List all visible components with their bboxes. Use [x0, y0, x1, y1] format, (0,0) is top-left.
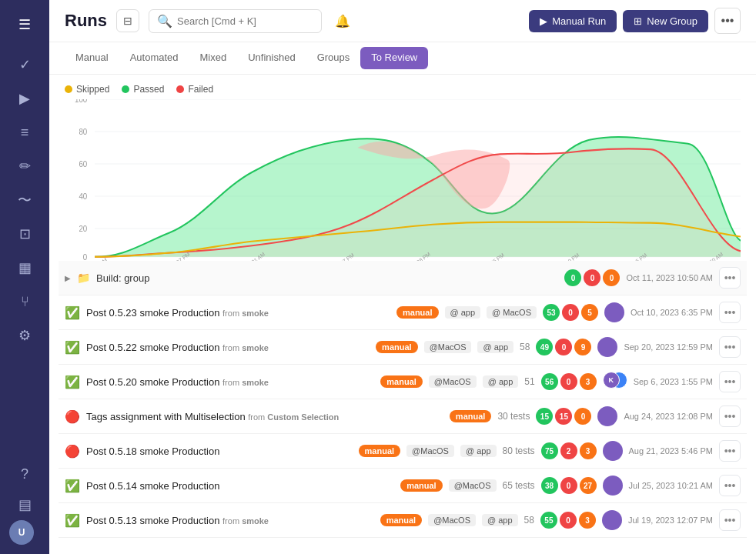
tab-manual[interactable]: Manual — [65, 44, 119, 72]
run-actions-button[interactable]: ••• — [719, 475, 741, 496]
play-icon[interactable]: ▶ — [9, 83, 40, 114]
settings-icon[interactable]: ⚙ — [9, 320, 40, 351]
run-actions-button[interactable]: ••• — [719, 371, 741, 392]
more-options-button[interactable]: ••• — [714, 8, 741, 34]
run-date: Sep 6, 2023 1:55 PM — [634, 377, 713, 386]
manual-run-button[interactable]: ▶ Manual Run — [529, 10, 617, 32]
platform-macos: @MacOS — [424, 341, 472, 353]
check-icon[interactable]: ✓ — [9, 49, 40, 80]
area-chart: 100 80 60 40 20 0 7/23 9:16 PM 0 — [65, 99, 741, 261]
folder-icon: 📁 — [77, 272, 90, 284]
group-actions-button[interactable]: ••• — [719, 267, 741, 289]
expand-chevron-icon[interactable]: ▶ — [65, 274, 71, 282]
run-name-cell: Post 0.5.23 smoke Production from smoke — [86, 307, 390, 319]
search-box[interactable]: 🔍 — [149, 9, 322, 33]
run-badges: 38 0 27 — [541, 477, 597, 494]
failed-dot — [176, 85, 184, 93]
tab-unfinished[interactable]: Unfinished — [237, 44, 306, 72]
status-pass-icon: ✅ — [65, 479, 80, 493]
run-name-cell: Tags assignment with Multiselection from… — [86, 411, 443, 422]
skipped-count: 3 — [580, 442, 597, 459]
chart-icon[interactable]: ▦ — [9, 252, 40, 283]
failed-count: 0 — [562, 304, 579, 321]
page-title: Runs — [65, 11, 107, 31]
table-row: 🔴 Tags assignment with Multiselection fr… — [59, 399, 747, 434]
run-source: from smoke — [222, 378, 269, 387]
header-actions: ▶ Manual Run ⊞ New Group ••• — [529, 8, 741, 34]
skipped-dot — [65, 85, 72, 93]
run-actions-button[interactable]: ••• — [719, 336, 741, 358]
run-tag: manual — [380, 514, 423, 526]
passed-badge: 0 — [564, 269, 581, 286]
failed-count: 0 — [555, 339, 572, 355]
run-badges: 15 15 0 — [536, 408, 591, 425]
run-actions-button[interactable]: ••• — [719, 509, 741, 531]
run-tag: manual — [396, 306, 439, 319]
run-actions-button[interactable]: ••• — [719, 440, 741, 462]
run-avatar — [602, 510, 622, 530]
activity-icon[interactable]: 〜 — [9, 185, 40, 215]
files-icon[interactable]: ▤ — [9, 489, 40, 520]
filter-button[interactable]: ⊟ — [116, 9, 139, 32]
test-count: 58 — [524, 515, 534, 526]
user-avatar[interactable]: U — [9, 520, 34, 545]
pen-icon[interactable]: ✏ — [9, 151, 40, 182]
failed-count: 15 — [555, 408, 572, 425]
test-count: 65 tests — [503, 480, 535, 491]
skipped-count: 3 — [580, 373, 597, 390]
skipped-count: 9 — [574, 339, 591, 355]
avatar-1: K — [603, 372, 620, 389]
menu-icon[interactable]: ☰ — [9, 9, 40, 40]
passed-label: Passed — [133, 84, 164, 95]
terminal-icon[interactable]: ⊡ — [9, 219, 40, 249]
run-date: Aug 21, 2023 5:46 PM — [629, 446, 713, 456]
status-fail-icon: 🔴 — [65, 409, 80, 424]
table-row: ✅ Post 0.5.22 smoke Production from smok… — [59, 330, 747, 365]
skipped-badge: 0 — [603, 269, 620, 286]
platform-app: @ app — [445, 306, 481, 319]
platform-app: @ app — [482, 514, 518, 526]
status-fail-icon: 🔴 — [65, 444, 80, 459]
new-group-button[interactable]: ⊞ New Group — [623, 10, 708, 32]
tab-mixed[interactable]: Mixed — [189, 44, 238, 72]
status-pass-icon: ✅ — [65, 375, 80, 389]
run-actions-button[interactable]: ••• — [719, 405, 741, 427]
passed-dot — [122, 85, 129, 93]
passed-count: 75 — [541, 442, 558, 459]
list-icon[interactable]: ≡ — [9, 117, 40, 148]
run-date: Jul 25, 2023 10:21 AM — [629, 481, 713, 490]
test-count: 58 — [520, 342, 530, 352]
passed-count: 38 — [541, 477, 558, 494]
failed-count: 0 — [560, 477, 577, 494]
run-name-cell: Post 0.5.14 smoke Production — [86, 480, 394, 492]
run-source: from smoke — [222, 343, 269, 352]
passed-count: 53 — [543, 304, 560, 321]
run-name-cell: Post 0.5.13 smoke Production from smoke — [86, 515, 374, 526]
run-avatar — [604, 302, 624, 322]
svg-text:20: 20 — [79, 225, 87, 233]
platform-macos: @MacOS — [428, 514, 476, 526]
run-source: from smoke — [222, 516, 269, 526]
legend-passed: Passed — [122, 84, 164, 95]
tab-groups[interactable]: Groups — [306, 44, 361, 72]
table-row: ✅ Post 0.5.20 smoke Production from smok… — [59, 365, 747, 399]
branch-icon[interactable]: ⑂ — [9, 286, 40, 317]
tab-to-review[interactable]: To Review — [360, 47, 428, 69]
status-pass-icon: ✅ — [65, 305, 80, 320]
run-name-cell: Post 0.5.22 smoke Production from smoke — [86, 342, 370, 353]
passed-count: 56 — [541, 373, 558, 390]
test-count: 30 tests — [497, 411, 530, 422]
run-avatar — [597, 337, 617, 357]
help-icon[interactable]: ? — [9, 459, 40, 489]
notify-icon[interactable]: 🔔 — [331, 9, 354, 32]
run-actions-button[interactable]: ••• — [719, 302, 741, 323]
platform-macos: @MacOS — [449, 479, 497, 492]
run-date: Aug 24, 2023 12:08 PM — [624, 412, 713, 421]
manual-run-label: Manual Run — [552, 15, 606, 27]
passed-count: 15 — [536, 408, 553, 425]
run-name: Tags assignment with Multiselection — [86, 411, 246, 422]
run-tag: manual — [376, 341, 418, 353]
tab-automated[interactable]: Automated — [119, 44, 189, 72]
search-input[interactable] — [177, 15, 313, 27]
run-avatar — [603, 441, 623, 461]
